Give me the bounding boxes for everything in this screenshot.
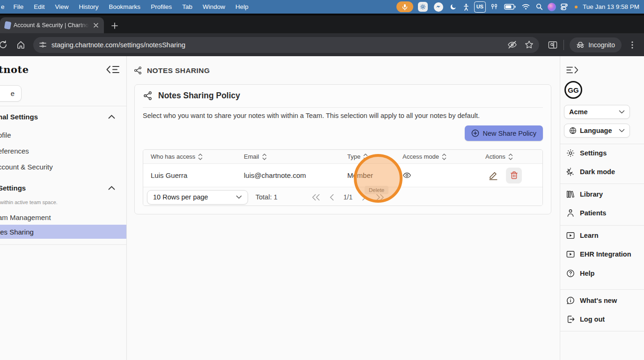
section-personal-settings[interactable]: nal Settings: [0, 113, 123, 121]
menu-item-library[interactable]: Library: [566, 190, 603, 198]
share-icon: [143, 91, 153, 101]
home-icon[interactable]: [14, 38, 28, 52]
menu-item-log-out[interactable]: Log out: [566, 315, 605, 323]
screen: e File Edit View History Bookmarks Profi…: [0, 0, 644, 360]
new-tab-button[interactable]: [109, 20, 121, 32]
menu-history[interactable]: History: [74, 0, 104, 14]
incognito-badge[interactable]: Incognito: [570, 37, 622, 52]
menu-item-whats-new[interactable]: What's new: [566, 296, 617, 305]
notification-dot: [575, 6, 578, 8]
menu-item-patients[interactable]: Patients: [566, 209, 606, 217]
tab-title: Account & Security | Chartno: [14, 22, 89, 29]
dark-mode-icon: [566, 168, 575, 176]
menu-edit[interactable]: Edit: [29, 0, 50, 14]
avatar[interactable]: GG: [564, 81, 582, 99]
menu-file[interactable]: File: [8, 0, 29, 14]
sidebar-item-notes-sharing-active[interactable]: tes Sharing: [0, 225, 126, 239]
col-who-has-access[interactable]: Who has access: [143, 153, 236, 161]
menu-bookmarks[interactable]: Bookmarks: [104, 0, 146, 14]
menu-view[interactable]: View: [50, 0, 74, 14]
sort-icon[interactable]: [508, 153, 513, 161]
sort-icon[interactable]: [363, 153, 368, 161]
card-description: Select who you want to share your notes …: [143, 112, 543, 119]
sidebar-item-preferences[interactable]: eferences: [0, 144, 126, 158]
first-page-icon[interactable]: [311, 194, 320, 201]
sidebar-item-profile[interactable]: ofile: [0, 128, 126, 142]
rows-per-page-select[interactable]: 10 Rows per page: [147, 190, 248, 205]
user-switch-icon[interactable]: [559, 1, 571, 13]
airpods-icon[interactable]: [489, 1, 499, 13]
keyboard-layout-icon[interactable]: US: [474, 1, 486, 13]
collapse-left-sidebar-icon[interactable]: [106, 65, 120, 74]
browser-tab-active[interactable]: Account & Security | Chartno: [0, 17, 104, 33]
sort-icon[interactable]: [442, 153, 446, 161]
col-email[interactable]: Email: [236, 153, 340, 161]
collapse-right-sidebar-icon[interactable]: [566, 66, 579, 74]
site-settings-icon[interactable]: [39, 41, 47, 49]
menu-item-label: Help: [580, 270, 594, 277]
siri-icon[interactable]: [548, 3, 556, 11]
messenger-icon[interactable]: [432, 1, 445, 13]
sort-icon[interactable]: [262, 153, 267, 161]
globe-icon: [569, 127, 577, 134]
microphone-in-use-icon[interactable]: [396, 1, 413, 12]
left-sidebar: tnote e nal Settings ofile eferences c: [0, 56, 126, 360]
menu-window[interactable]: Window: [198, 0, 230, 14]
sidebar-item-team-management[interactable]: am Management: [0, 210, 126, 225]
settings-app-icon[interactable]: [417, 1, 429, 13]
menu-help[interactable]: Help: [230, 0, 254, 14]
url-text[interactable]: staging.chartnote.com/settings/notesShar…: [51, 41, 507, 49]
last-page-icon[interactable]: [376, 194, 385, 201]
total-count: Total: 1: [256, 193, 278, 201]
col-access-mode[interactable]: Access mode: [395, 153, 478, 161]
plus-circle-icon: [471, 129, 479, 137]
shortcuts-figure-icon[interactable]: [461, 1, 471, 13]
sort-icon[interactable]: [198, 153, 203, 161]
next-page-icon[interactable]: [362, 194, 366, 201]
bookmark-star-icon[interactable]: [525, 40, 534, 49]
wifi-icon[interactable]: [520, 1, 531, 13]
table-row: Luis Guerra luis@chartnote.com Member: [143, 164, 542, 187]
menubar-status-icons: US: [396, 1, 644, 13]
reload-icon[interactable]: [0, 38, 10, 52]
menu-item-ehr-integration[interactable]: EHR Integration: [566, 250, 631, 258]
section-team-settings[interactable]: Settings: [0, 184, 123, 192]
table-footer: 10 Rows per page Total: 1 1/1: [143, 187, 542, 206]
prev-page-icon[interactable]: [329, 194, 334, 201]
menu-item-label: Log out: [580, 316, 605, 323]
menu-tab[interactable]: Tab: [177, 0, 198, 14]
col-actions[interactable]: Actions: [478, 153, 542, 161]
share-policy-table: Who has access Email Type Access mode: [143, 149, 543, 206]
divider: [0, 106, 126, 106]
do-not-disturb-moon-icon[interactable]: [448, 1, 458, 13]
browser-menu-icon[interactable]: [625, 38, 639, 52]
divider: [0, 244, 126, 245]
side-panel-search-icon[interactable]: [546, 38, 560, 52]
app-content: tnote e nal Settings ofile eferences c: [0, 56, 644, 360]
menu-item-learn[interactable]: Learn: [566, 232, 599, 239]
sidebar-item-account-security[interactable]: ccount & Security: [0, 160, 126, 174]
menu-item-settings[interactable]: Settings: [566, 149, 607, 157]
menu-app-partial[interactable]: e: [0, 0, 8, 14]
edit-pencil-icon: [488, 170, 498, 181]
tab-close-icon[interactable]: [92, 21, 100, 29]
organization-select[interactable]: Acme: [564, 105, 630, 119]
menu-item-label: Settings: [580, 149, 607, 157]
new-share-policy-button[interactable]: New Share Policy: [465, 125, 543, 141]
url-bar[interactable]: staging.chartnote.com/settings/notesShar…: [33, 37, 539, 53]
language-select[interactable]: Language: [564, 124, 630, 138]
logout-icon: [566, 315, 575, 323]
pagination: 1/1: [311, 193, 385, 201]
delete-policy-button[interactable]: [506, 168, 522, 184]
battery-icon[interactable]: [503, 1, 517, 13]
sidebar-button-partial[interactable]: e: [0, 85, 22, 102]
menu-item-dark-mode[interactable]: Dark mode: [566, 168, 615, 176]
menubar-clock[interactable]: Tue Jan 13 9:58 PM: [583, 3, 639, 10]
menu-item-help[interactable]: Help: [566, 269, 594, 278]
col-type[interactable]: Type: [340, 153, 395, 161]
card-title-row: Notes Sharing Policy: [143, 91, 240, 101]
edit-policy-button[interactable]: [485, 168, 501, 184]
spotlight-search-icon[interactable]: [534, 1, 544, 13]
menu-profiles[interactable]: Profiles: [146, 0, 177, 14]
password-eye-off-icon[interactable]: [507, 40, 517, 49]
